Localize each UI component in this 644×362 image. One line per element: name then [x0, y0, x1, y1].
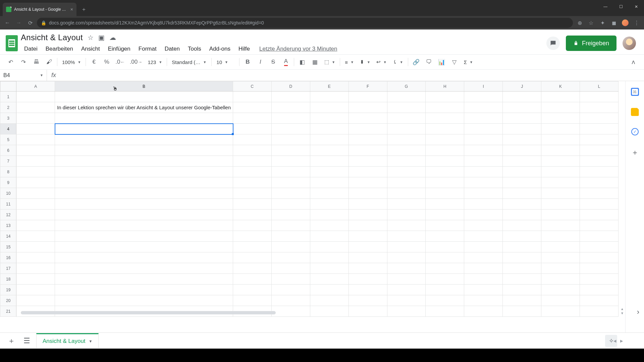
tasks-icon[interactable]: [631, 128, 639, 135]
menu-tools[interactable]: Tools: [184, 44, 205, 54]
cell-J7[interactable]: [503, 156, 541, 167]
cell-G2[interactable]: [387, 102, 426, 113]
cell-G13[interactable]: [387, 220, 426, 231]
cell-I10[interactable]: [464, 188, 503, 199]
cell-J8[interactable]: [503, 167, 541, 177]
cell-D6[interactable]: [271, 145, 310, 156]
cell-E8[interactable]: [310, 167, 348, 177]
cell-G17[interactable]: [387, 263, 426, 274]
row-header-14[interactable]: 14: [0, 231, 16, 242]
cell-C9[interactable]: [233, 177, 272, 188]
menu-format[interactable]: Format: [135, 44, 160, 54]
cell-G5[interactable]: [387, 134, 426, 145]
cell-L16[interactable]: [580, 252, 619, 263]
horizontal-scrollbar[interactable]: [21, 311, 619, 315]
cell-G7[interactable]: [387, 156, 426, 167]
cell-D4[interactable]: [271, 124, 310, 134]
cell-E13[interactable]: [310, 220, 348, 231]
row-header-12[interactable]: 12: [0, 209, 16, 220]
cell-K9[interactable]: [541, 177, 580, 188]
cell-H1[interactable]: [426, 92, 464, 102]
cell-F14[interactable]: [348, 231, 387, 242]
column-header-B[interactable]: B: [55, 81, 233, 92]
cell-B13[interactable]: [55, 220, 233, 231]
row-header-1[interactable]: 1: [0, 92, 16, 102]
cell-E3[interactable]: [310, 113, 348, 124]
cell-C18[interactable]: [233, 274, 272, 285]
cell-H4[interactable]: [426, 124, 464, 134]
row-header-6[interactable]: 6: [0, 145, 16, 156]
cell-K19[interactable]: [541, 285, 580, 295]
cell-A2[interactable]: [16, 102, 55, 113]
collapse-side-panel-button[interactable]: ›: [637, 308, 639, 316]
cell-D10[interactable]: [271, 188, 310, 199]
cell-B4[interactable]: [55, 124, 233, 134]
cell-H20[interactable]: [426, 295, 464, 306]
cell-F8[interactable]: [348, 167, 387, 177]
cell-L12[interactable]: [580, 209, 619, 220]
cell-I15[interactable]: [464, 242, 503, 252]
row-header-17[interactable]: 17: [0, 263, 16, 274]
cell-I12[interactable]: [464, 209, 503, 220]
chart-button[interactable]: 📊: [436, 57, 448, 67]
cell-A18[interactable]: [16, 274, 55, 285]
minimize-button[interactable]: —: [598, 0, 613, 13]
row-header-13[interactable]: 13: [0, 220, 16, 231]
cell-B17[interactable]: [55, 263, 233, 274]
cell-D15[interactable]: [271, 242, 310, 252]
row-header-8[interactable]: 8: [0, 167, 16, 177]
row-header-21[interactable]: 21: [0, 306, 16, 317]
menu-daten[interactable]: Daten: [161, 44, 183, 54]
cell-F16[interactable]: [348, 252, 387, 263]
cell-F18[interactable]: [348, 274, 387, 285]
cell-J15[interactable]: [503, 242, 541, 252]
cell-I18[interactable]: [464, 274, 503, 285]
cell-B10[interactable]: [55, 188, 233, 199]
cell-I13[interactable]: [464, 220, 503, 231]
cell-K7[interactable]: [541, 156, 580, 167]
add-addon-button[interactable]: ＋: [631, 147, 639, 158]
fill-color-button[interactable]: ◧: [296, 57, 308, 67]
cell-E4[interactable]: [310, 124, 348, 134]
row-header-18[interactable]: 18: [0, 274, 16, 285]
cell-C15[interactable]: [233, 242, 272, 252]
cell-K6[interactable]: [541, 145, 580, 156]
text-color-button[interactable]: A: [280, 57, 292, 67]
cell-G18[interactable]: [387, 274, 426, 285]
back-button[interactable]: ←: [3, 18, 12, 27]
row-header-19[interactable]: 19: [0, 285, 16, 295]
cell-K15[interactable]: [541, 242, 580, 252]
sheets-logo-icon[interactable]: [3, 32, 20, 54]
cell-D19[interactable]: [271, 285, 310, 295]
cell-L4[interactable]: [580, 124, 619, 134]
scroll-up-button[interactable]: ▲: [621, 307, 624, 311]
cell-K11[interactable]: [541, 199, 580, 209]
spreadsheet-grid[interactable]: ABCDEFGHIJKL12In dieser Lektion sprechen…: [0, 81, 625, 333]
row-header-4[interactable]: 4: [0, 124, 16, 134]
cell-L7[interactable]: [580, 156, 619, 167]
cell-G19[interactable]: [387, 285, 426, 295]
font-size-select[interactable]: 10▼: [214, 57, 237, 67]
cell-C4[interactable]: [233, 124, 272, 134]
extension2-icon[interactable]: ◼: [609, 18, 619, 27]
cell-L13[interactable]: [580, 220, 619, 231]
print-button[interactable]: 🖶: [30, 57, 42, 67]
cell-C13[interactable]: [233, 220, 272, 231]
cell-K10[interactable]: [541, 188, 580, 199]
cell-E16[interactable]: [310, 252, 348, 263]
row-header-9[interactable]: 9: [0, 177, 16, 188]
cell-A19[interactable]: [16, 285, 55, 295]
cell-A13[interactable]: [16, 220, 55, 231]
column-header-H[interactable]: H: [426, 81, 464, 92]
cell-B3[interactable]: [55, 113, 233, 124]
rotate-button[interactable]: ⤹▼: [390, 57, 406, 67]
row-header-7[interactable]: 7: [0, 156, 16, 167]
cell-I14[interactable]: [464, 231, 503, 242]
column-header-A[interactable]: A: [16, 81, 55, 92]
cell-D5[interactable]: [271, 134, 310, 145]
document-title[interactable]: Ansicht & Layout: [21, 33, 83, 42]
cell-C20[interactable]: [233, 295, 272, 306]
zoom-icon[interactable]: ⊕: [575, 18, 584, 27]
cell-B8[interactable]: [55, 167, 233, 177]
cell-I7[interactable]: [464, 156, 503, 167]
